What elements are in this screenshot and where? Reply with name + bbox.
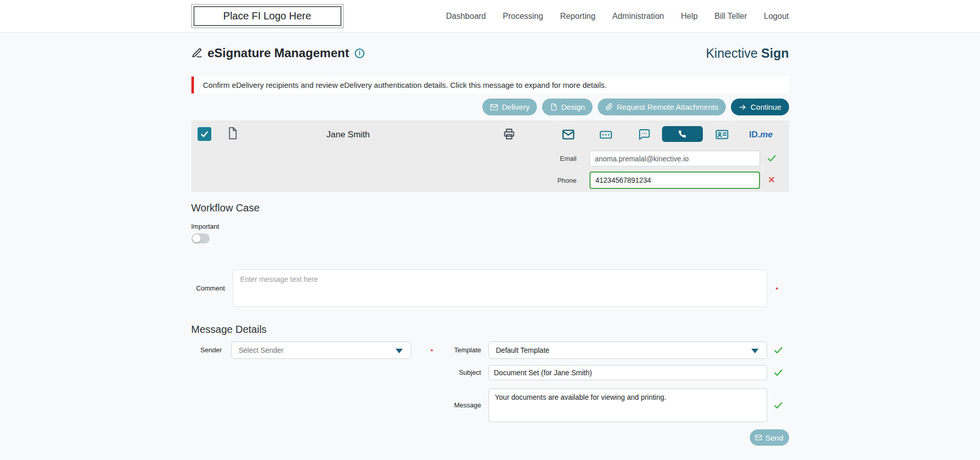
- continue-button-label: Continue: [750, 103, 781, 111]
- phone-field-label: Phone: [487, 173, 577, 188]
- document-set-icon[interactable]: [226, 127, 239, 140]
- print-delivery-icon[interactable]: [503, 128, 516, 140]
- signature-pen-icon: [191, 47, 203, 59]
- phone-input[interactable]: [590, 172, 760, 189]
- chevron-down-icon: [751, 349, 758, 353]
- message-valid-check-icon: [773, 400, 783, 410]
- toggle-knob: [192, 234, 201, 243]
- sms-auth-icon[interactable]: [638, 128, 651, 141]
- chevron-down-icon: [396, 349, 403, 353]
- send-button[interactable]: Send: [750, 429, 789, 446]
- continue-button[interactable]: Continue: [731, 99, 789, 115]
- idme-auth-icon[interactable]: ID.me: [749, 130, 773, 140]
- important-toggle[interactable]: [191, 233, 210, 244]
- template-label: Template: [444, 342, 481, 359]
- message-details-heading: Message Details: [191, 324, 789, 335]
- design-button-label: Design: [561, 103, 585, 111]
- email-valid-check-icon: [767, 153, 777, 163]
- idme-me-text: me: [760, 130, 773, 139]
- template-valid-check-icon: [773, 345, 783, 355]
- sender-selected-value: Select Sender: [239, 346, 284, 354]
- nav-item-reporting[interactable]: Reporting: [560, 12, 595, 21]
- action-toolbar: Delivery Design Request Remote Attachmen…: [191, 99, 789, 115]
- fi-logo-placeholder: Place FI Logo Here: [191, 4, 344, 28]
- nav-item-administration[interactable]: Administration: [612, 12, 664, 21]
- arrow-right-icon: [739, 103, 747, 111]
- brand-product: Sign: [761, 46, 789, 60]
- subject-valid-check-icon: [773, 368, 783, 378]
- page-title: eSignature Management: [208, 46, 349, 60]
- message-details-form: Sender Select Sender Template Default Te…: [191, 342, 789, 448]
- password-auth-icon[interactable]: [599, 128, 612, 141]
- nav-item-help[interactable]: Help: [681, 12, 698, 21]
- nav-item-bill-teller[interactable]: Bill Teller: [715, 12, 747, 21]
- recipient-name: Jane Smith: [327, 130, 370, 140]
- envelope-icon: [755, 434, 762, 441]
- request-remote-attachments-button[interactable]: Request Remote Attachments: [598, 99, 726, 115]
- nav-links: Dashboard Processing Reporting Administr…: [446, 12, 789, 21]
- send-button-label: Send: [765, 433, 783, 442]
- subject-label: Subject: [444, 365, 481, 380]
- recipient-row: Jane Smith ID.me Email Phone ✕: [191, 120, 789, 192]
- delivery-button[interactable]: Delivery: [482, 99, 537, 115]
- email-delivery-icon[interactable]: [562, 128, 575, 141]
- edelivery-alert-banner[interactable]: Confirm eDelivery recipients and review …: [191, 77, 789, 93]
- request-remote-attachments-label: Request Remote Attachments: [617, 103, 718, 111]
- sender-dropdown[interactable]: Select Sender: [231, 342, 411, 359]
- message-label: Message: [444, 401, 481, 409]
- nav-item-dashboard[interactable]: Dashboard: [446, 12, 486, 21]
- recipient-checkbox[interactable]: [198, 127, 211, 141]
- design-button[interactable]: Design: [542, 99, 593, 115]
- page-header: eSignature Management i Kinective Sign: [191, 45, 789, 61]
- fi-logo-text: Place FI Logo Here: [193, 6, 341, 26]
- template-dropdown[interactable]: Default Template: [488, 342, 767, 359]
- phone-invalid-x-icon: ✕: [768, 175, 775, 185]
- subject-input[interactable]: [488, 365, 767, 380]
- nav-item-logout[interactable]: Logout: [764, 12, 789, 21]
- template-selected-value: Default Template: [496, 346, 550, 354]
- message-textarea[interactable]: Your documents are available for viewing…: [488, 389, 767, 422]
- phone-auth-icon-selected[interactable]: [662, 126, 703, 142]
- alert-text: Confirm eDelivery recipients and review …: [203, 81, 607, 89]
- comment-required-indicator: [776, 287, 778, 289]
- envelope-icon: [490, 103, 498, 111]
- nav-item-processing[interactable]: Processing: [503, 12, 543, 21]
- document-icon: [550, 103, 557, 111]
- paperclip-icon: [605, 103, 613, 111]
- important-toggle-label: Important: [191, 223, 789, 230]
- kba-idcard-icon[interactable]: [715, 128, 729, 141]
- comment-label: Comment: [191, 284, 225, 292]
- sender-label: Sender: [191, 342, 222, 359]
- delivery-button-label: Delivery: [502, 103, 529, 111]
- workflow-case-heading: Workflow Case: [191, 202, 789, 214]
- comment-row: Comment: [191, 270, 789, 307]
- brand-name: Kinective: [706, 46, 757, 60]
- brand-logo: Kinective Sign: [706, 46, 789, 61]
- sender-required-indicator: [431, 349, 433, 351]
- comment-textarea[interactable]: [233, 270, 767, 307]
- idme-id-text: ID.: [749, 130, 761, 139]
- email-input[interactable]: [590, 151, 760, 166]
- email-field-label: Email: [487, 151, 577, 166]
- top-navbar: Place FI Logo Here Dashboard Processing …: [0, 0, 980, 33]
- info-icon[interactable]: i: [355, 49, 364, 58]
